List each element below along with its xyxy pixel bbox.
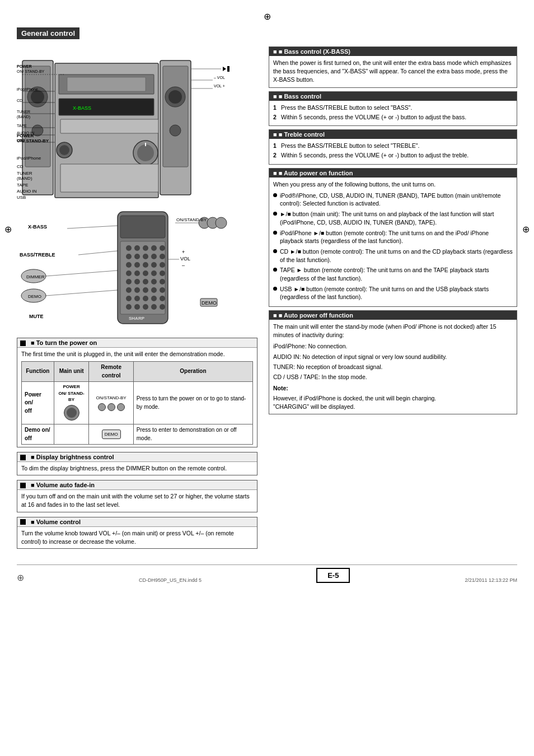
note-body-charging: However, if iPod/iPhone is docked, the u…	[273, 394, 513, 403]
svg-line-103	[46, 290, 118, 296]
svg-rect-7	[67, 77, 146, 91]
svg-text:X-BASS: X-BASS	[28, 224, 47, 230]
auto-power-on-header: ■ ■ Auto power on function	[269, 169, 517, 178]
svg-point-56	[151, 254, 157, 259]
svg-point-63	[126, 270, 132, 276]
treble-step-1: 1 Press the BASS/TREBLE button to select…	[273, 142, 513, 150]
display-brightness-section: ■ Display brightness control To dim the …	[17, 452, 257, 475]
bass-control-section: ■ ■ Bass control 1 Press the BASS/TREBLE…	[269, 91, 517, 126]
svg-point-50	[143, 245, 148, 251]
svg-point-75	[143, 287, 148, 293]
col-function: Function	[22, 362, 54, 382]
square-bullet-xbass: ■	[273, 48, 279, 55]
col-operation: Operation	[133, 362, 252, 382]
svg-rect-46	[120, 216, 165, 238]
tuner-label: TUNER(BAND)	[17, 171, 32, 181]
svg-rect-47	[120, 241, 165, 314]
device-svg: X-BASS	[17, 46, 241, 209]
treble-control-section: ■ ■ Treble control 1 Press the BASS/TREB…	[269, 129, 517, 164]
svg-text:BASS/TREBLE: BASS/TREBLE	[20, 252, 55, 258]
right-align-mark: ⊕	[522, 224, 530, 235]
square-bullet-display	[20, 455, 26, 460]
svg-point-91	[216, 217, 227, 228]
treble-control-body: 1 Press the BASS/TREBLE button to select…	[269, 139, 517, 164]
list-item-cd-remote: CD ►/■ button (remote control): The unit…	[273, 248, 513, 264]
volume-control-section: ■ Volume control Turn the volume knob to…	[17, 517, 257, 549]
svg-point-49	[134, 245, 140, 251]
off-item-tuner: TUNER: No reception of broadcast signal.	[273, 363, 513, 371]
svg-point-53	[126, 254, 132, 259]
svg-point-57	[160, 254, 165, 259]
svg-text:ON/ STAND-BY: ON/ STAND-BY	[17, 69, 45, 73]
ipod-label: iPod/iPhone	[17, 156, 41, 161]
list-item-ipod-remote: iPod/iPhone ►/■ button (remote control):…	[273, 229, 513, 245]
svg-point-62	[160, 262, 165, 268]
volume-fade-header: ■ Volume auto fade-in	[17, 480, 257, 490]
section-title: General control	[17, 27, 79, 39]
volume-control-title: ■ Volume control	[31, 519, 81, 525]
svg-point-55	[143, 254, 148, 259]
svg-text:DEMO: DEMO	[202, 300, 217, 306]
svg-text:VOL +: VOL +	[214, 84, 225, 88]
auto-power-on-section: ■ ■ Auto power on function When you pres…	[269, 168, 517, 307]
svg-point-54	[134, 254, 140, 259]
svg-text:iPod/iPhone: iPod/iPhone	[17, 87, 38, 91]
svg-text:X-BASS: X-BASS	[73, 105, 91, 111]
svg-point-73	[126, 287, 132, 293]
svg-point-66	[151, 270, 157, 276]
remote-svg: SHARP DEMO X-BASS BASS/TREBLE	[17, 209, 241, 338]
treble-steps-list: 1 Press the BASS/TREBLE button to select…	[273, 142, 513, 160]
bass-steps-list: 1 Press the BASS/TREBLE button to select…	[273, 104, 513, 122]
auto-power-on-intro: When you press any of the following butt…	[273, 180, 513, 189]
off-item-audio: AUDIO IN: No detection of input signal o…	[273, 353, 513, 361]
svg-point-76	[151, 287, 157, 293]
list-item-play: ►/■ button (main unit): The unit turns o…	[273, 210, 513, 226]
page-number: E-5	[316, 568, 350, 583]
svg-text:DIMMER: DIMMER	[26, 274, 45, 279]
svg-text:VOL: VOL	[180, 256, 190, 262]
svg-point-60	[143, 262, 148, 268]
svg-point-72	[160, 279, 165, 284]
display-brightness-body: To dim the display brightness, press the…	[17, 462, 257, 475]
to-turn-power-section: ■ To turn the power on The first time th…	[17, 338, 257, 447]
table-row-demo: Demo on/off DEMO Press to enter to demon…	[22, 424, 253, 445]
volume-fade-body: If you turn off and on the main unit wit…	[17, 490, 257, 511]
power-table: Function Main unit Remote control Operat…	[21, 361, 253, 445]
svg-rect-18	[163, 66, 188, 167]
cell-demo-op: Press to enter to demonstration on or of…	[133, 424, 252, 445]
col-main-unit: Main unit	[54, 362, 89, 382]
svg-line-95	[67, 226, 118, 228]
svg-point-64	[134, 270, 140, 276]
svg-text:POWER: POWER	[17, 64, 31, 68]
bass-control-header: ■ ■ Bass control	[269, 92, 517, 101]
auto-power-off-intro: The main unit will enter the stand-by mo…	[273, 323, 513, 339]
svg-point-21	[170, 125, 181, 136]
volume-fade-desc: If you turn off and on the main unit wit…	[21, 492, 253, 509]
list-item-ipod: iPod®/iPhone, CD, USB, AUDIO IN, TUNER (…	[273, 192, 513, 208]
square-bullet-vol	[20, 519, 26, 525]
to-turn-power-header: ■ To turn the power on	[17, 338, 257, 348]
file-name: CD-DH950P_US_EN.indd 5	[139, 577, 202, 583]
bullet-dot	[273, 193, 277, 197]
svg-point-82	[160, 296, 165, 301]
bass-xbass-body: When the power is first turned on, the u…	[269, 56, 517, 87]
display-brightness-header: ■ Display brightness control	[17, 452, 257, 462]
note-header: Note:	[273, 384, 513, 393]
svg-point-74	[134, 287, 140, 293]
bullet-dot	[273, 249, 277, 253]
display-brightness-title: ■ Display brightness control	[31, 454, 114, 460]
svg-text:SHARP: SHARP	[129, 316, 145, 321]
cell-power-op: Press to turn the power on or to go to s…	[133, 382, 252, 424]
svg-text:+: +	[182, 249, 185, 255]
square-bullet-fade	[20, 483, 26, 488]
main-content: X-BASS	[17, 46, 517, 553]
svg-rect-10	[60, 119, 158, 133]
volume-control-desc: Turn the volume knob toward VOL +/– (on …	[21, 529, 253, 546]
cell-demo-remote: DEMO	[89, 424, 133, 445]
svg-point-71	[151, 279, 157, 284]
power-label: POWERON/ STAND-BY	[17, 133, 49, 143]
auto-power-on-list: iPod®/iPhone, CD, USB, AUDIO IN, TUNER (…	[273, 192, 513, 301]
svg-point-3	[31, 90, 44, 104]
svg-point-67	[160, 270, 165, 276]
treble-control-title: ■ Treble control	[279, 131, 325, 138]
